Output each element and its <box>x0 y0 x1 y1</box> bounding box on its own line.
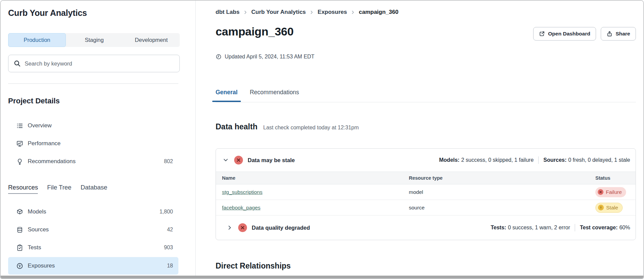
lightbulb-icon <box>16 158 23 165</box>
tab-resources[interactable]: Resources <box>8 184 38 194</box>
breadcrumb-separator-icon <box>243 10 248 15</box>
tab-database[interactable]: Database <box>80 184 107 194</box>
resource-link[interactable]: facebook_pages <box>222 205 261 210</box>
share-icon <box>606 31 613 37</box>
direct-relationships-heading: Direct Relationships <box>216 261 291 271</box>
open-dashboard-label: Open Dashboard <box>548 31 590 37</box>
data-health-card: Data may be stale Models:2 success, 0 sk… <box>216 148 636 240</box>
sidebar-item-label: Models <box>28 208 46 215</box>
sidebar-item-label: Sources <box>28 226 49 233</box>
page-title: campaign_360 <box>216 25 294 38</box>
tab-general[interactable]: General <box>216 87 238 102</box>
status-badge: Stale <box>595 203 623 213</box>
sidebar-item-recommendations[interactable]: Recommendations 802 <box>8 155 178 168</box>
sidebar-item-label: Tests <box>28 244 41 251</box>
sidebar-item-count: 903 <box>164 245 173 251</box>
environment-switcher: Production Staging Development <box>8 33 180 47</box>
database-icon <box>16 226 23 233</box>
project-details-heading: Project Details <box>8 97 60 105</box>
collapse-stale-button[interactable] <box>222 156 229 164</box>
window-bottom-edge <box>1 276 643 278</box>
breadcrumb: dbt Labs Curb Your Analytics Exposures c… <box>216 9 398 16</box>
sidebar: Curb Your Analytics Production Staging D… <box>1 1 195 276</box>
share-button[interactable]: Share <box>601 27 636 41</box>
sidebar-item-count: 42 <box>167 227 173 233</box>
sidebar-item-count: 18 <box>167 263 173 269</box>
breadcrumb-separator-icon <box>309 10 314 15</box>
sidebar-item-label: Overview <box>28 122 52 129</box>
tab-recommendations[interactable]: Recommendations <box>250 87 299 102</box>
stat-separator <box>575 224 575 231</box>
breadcrumb-item-exposures[interactable]: Exposures <box>318 9 347 16</box>
warning-circle-icon <box>598 205 604 210</box>
chevron-down-icon <box>223 157 229 163</box>
test-coverage-stat: Test coverage:60% <box>580 225 630 231</box>
column-header-resource-type: Resource type <box>409 175 595 181</box>
sidebar-item-performance[interactable]: Performance <box>8 137 178 150</box>
sidebar-item-label: Exposures <box>28 262 55 269</box>
updated-timestamp: Updated April 5, 2024, 11:53 AM EDT <box>216 54 315 60</box>
stale-section-stats: Models:2 success, 0 skipped, 1 failure S… <box>439 156 630 164</box>
resource-link[interactable]: stg_subscriptions <box>222 189 263 195</box>
models-stat: Models:2 success, 0 skipped, 1 failure <box>439 157 534 163</box>
sidebar-item-models[interactable]: Models 1,800 <box>8 205 178 219</box>
error-circle-icon <box>234 156 243 164</box>
error-circle-icon <box>238 223 247 232</box>
sidebar-item-tests[interactable]: Tests 903 <box>8 241 178 254</box>
stale-section-title: Data may be stale <box>248 157 295 163</box>
sidebar-item-overview[interactable]: Overview <box>8 119 178 132</box>
sidebar-item-count: 1,800 <box>159 209 173 215</box>
tab-file-tree[interactable]: File Tree <box>47 184 71 194</box>
search-box[interactable] <box>8 55 180 72</box>
dbt-explorer-window: Curb Your Analytics Production Staging D… <box>0 0 644 279</box>
env-tab-development[interactable]: Development <box>123 33 180 47</box>
data-health-heading: Data health <box>216 122 257 131</box>
clock-icon <box>216 54 222 60</box>
project-title: Curb Your Analytics <box>8 8 87 18</box>
table-row: facebook_pages source Stale <box>216 200 636 215</box>
breadcrumb-item-current: campaign_360 <box>359 9 398 16</box>
stat-separator <box>538 156 539 164</box>
breadcrumb-item-project[interactable]: Curb Your Analytics <box>251 9 306 16</box>
table-header: Name Resource type Status <box>216 172 636 184</box>
quality-section-title: Data quality degraded <box>252 225 310 231</box>
quality-section-stats: Tests:0 success, 1 warn, 2 error Test co… <box>491 224 630 231</box>
env-tab-staging[interactable]: Staging <box>66 33 123 47</box>
expand-quality-button[interactable] <box>226 224 233 231</box>
cube-icon <box>16 208 23 215</box>
search-icon <box>14 60 21 67</box>
env-tab-production[interactable]: Production <box>8 33 66 47</box>
search-input[interactable] <box>25 60 174 67</box>
sidebar-item-exposures[interactable]: Exposures 18 <box>8 257 178 275</box>
resource-type-cell: source <box>409 205 595 211</box>
quality-section-row[interactable]: Data quality degraded Tests:0 success, 1… <box>216 215 636 240</box>
last-check-text: Last check completed today at 12:31pm <box>263 125 359 131</box>
sidebar-item-count: 802 <box>164 158 173 164</box>
list-icon <box>16 122 23 129</box>
sidebar-divider <box>8 83 178 84</box>
chevron-right-icon <box>227 225 233 231</box>
resource-type-cell: model <box>409 189 595 195</box>
column-header-status: Status <box>595 175 636 181</box>
tests-stat: Tests:0 success, 1 warn, 2 error <box>491 225 570 231</box>
sidebar-item-sources[interactable]: Sources 42 <box>8 223 178 236</box>
data-health-header: Data health Last check completed today a… <box>216 122 359 131</box>
detail-tabs: General Recommendations <box>216 87 636 102</box>
stale-section-row[interactable]: Data may be stale Models:2 success, 0 sk… <box>216 149 636 172</box>
breadcrumb-item-dbt-labs[interactable]: dbt Labs <box>216 9 240 16</box>
main-content: dbt Labs Curb Your Analytics Exposures c… <box>196 1 643 276</box>
x-circle-icon <box>598 189 603 195</box>
clipboard-check-icon <box>16 244 23 251</box>
performance-icon <box>16 140 23 147</box>
sidebar-item-label: Recommendations <box>28 158 76 165</box>
sidebar-item-label: Performance <box>28 140 60 147</box>
status-badge: Failure <box>595 187 626 197</box>
resource-view-tabs: Resources File Tree Database <box>8 184 107 194</box>
breadcrumb-separator-icon <box>351 10 355 15</box>
share-label: Share <box>616 31 630 37</box>
open-dashboard-button[interactable]: Open Dashboard <box>533 27 596 41</box>
gauge-icon <box>16 262 23 270</box>
external-link-icon <box>539 31 545 37</box>
updated-label: Updated April 5, 2024, 11:53 AM EDT <box>225 54 315 60</box>
column-header-name: Name <box>216 175 409 181</box>
